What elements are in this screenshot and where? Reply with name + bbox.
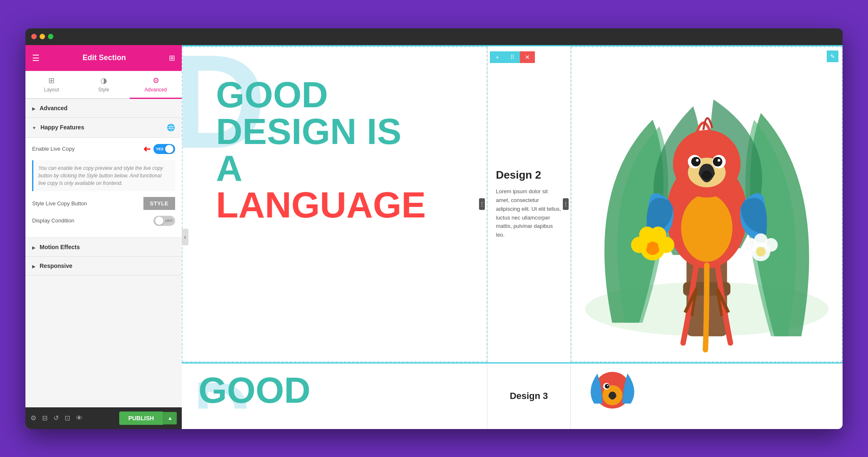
bottom-middle: Design 3 <box>487 364 570 429</box>
close-section-button[interactable]: ✕ <box>520 51 535 63</box>
advanced-icon: ⚙ <box>153 76 159 85</box>
motion-effects-header[interactable]: Motion Effects <box>25 238 182 256</box>
tab-layout-label: Layout <box>44 87 59 93</box>
hamburger-icon[interactable]: ☰ <box>32 53 40 63</box>
layout-icon: ⊞ <box>48 76 55 85</box>
display-condition-toggle[interactable]: OFF <box>153 216 175 226</box>
enable-live-copy-label: Enable Live Copy <box>32 146 75 152</box>
canvas-col-middle: Design 2 Lorem ipsum dolor sit amet, con… <box>487 46 571 362</box>
live-copy-toggle[interactable]: YES <box>153 144 175 154</box>
add-section-button[interactable]: + <box>490 51 505 63</box>
tab-advanced-label: Advanced <box>145 87 167 93</box>
responsive-label: Responsive <box>40 263 73 269</box>
advanced-accordion-header[interactable]: Advanced <box>25 99 182 117</box>
display-condition-knob <box>155 217 163 225</box>
edit-icon[interactable] <box>827 50 838 62</box>
sidebar-header: ☰ Edit Section ⊞ <box>25 45 182 71</box>
svg-point-8 <box>691 157 700 167</box>
tab-advanced[interactable]: ⚙ Advanced <box>130 71 182 99</box>
bottom-left: D GOOD <box>182 364 487 429</box>
advanced-section: Advanced <box>25 99 182 118</box>
preview-icon[interactable]: 👁 <box>76 414 83 422</box>
tab-style[interactable]: ◑ Style <box>78 71 130 99</box>
bottom-right <box>570 364 843 429</box>
happy-features-body: Enable Live Copy ➜ YES You can <box>25 138 182 237</box>
footer-icons: ⚙ ⊟ ↺ ⊡ 👁 <box>30 414 83 422</box>
design2-title: Design 2 <box>496 169 541 182</box>
enable-live-copy-row: Enable Live Copy ➜ YES <box>32 144 175 154</box>
happy-features-label: Happy Features <box>40 124 84 131</box>
layers-icon[interactable]: ⊟ <box>42 414 48 422</box>
traffic-lights <box>31 34 53 39</box>
advanced-label: Advanced <box>40 105 68 111</box>
grid-icon[interactable]: ⊞ <box>169 53 175 63</box>
red-arrow-icon: ➜ <box>143 144 151 154</box>
sidebar-footer: ⚙ ⊟ ↺ ⊡ 👁 PUBLISH ▲ <box>25 407 182 429</box>
happy-features-header[interactable]: Happy Features 🌐 <box>25 118 182 138</box>
responsive-header-left: Responsive <box>32 263 73 269</box>
app-window: ☰ Edit Section ⊞ ⊞ Layout ◑ Style ⚙ Adva… <box>25 28 843 429</box>
happy-features-globe-icon: 🌐 <box>167 124 175 131</box>
tab-layout[interactable]: ⊞ Layout <box>25 71 78 99</box>
publish-caret-button[interactable]: ▲ <box>163 412 177 424</box>
svg-point-11 <box>712 157 722 167</box>
design-line2: DESIGN IS <box>216 113 426 150</box>
svg-point-9 <box>696 159 698 161</box>
section-toolbar: + ⠿ ✕ <box>490 51 535 63</box>
advanced-header-left: Advanced <box>32 105 68 111</box>
titlebar <box>25 28 843 45</box>
svg-point-22 <box>754 233 767 247</box>
happy-features-section: Happy Features 🌐 Enable Live Copy ➜ YES <box>25 118 182 238</box>
design-line4: LANGUAGE <box>216 187 426 223</box>
toggle-off-label: OFF <box>165 219 173 223</box>
motion-effects-chevron-icon <box>32 244 35 250</box>
parrot-area <box>572 47 842 361</box>
motion-effects-section: Motion Effects <box>25 238 182 257</box>
design2-body: Lorem ipsum dolor sit amet, consectetur … <box>496 187 562 240</box>
style-live-copy-button[interactable]: STYLE <box>143 197 175 210</box>
canvas-area: D GOOD DESIGN IS A LANGUAGE <box>182 46 843 362</box>
bottom-left-inner: D GOOD <box>198 372 470 409</box>
chevron-right-icon <box>32 105 35 111</box>
style-icon: ◑ <box>100 76 107 85</box>
history-icon[interactable]: ↺ <box>53 414 59 422</box>
responsive-section: Responsive <box>25 257 182 275</box>
bottom-parrot-partial <box>571 364 654 429</box>
settings-icon[interactable]: ⚙ <box>30 414 36 422</box>
app-body: ☰ Edit Section ⊞ ⊞ Layout ◑ Style ⚙ Adva… <box>25 45 843 429</box>
live-copy-info-text: You can enable live copy preview and sty… <box>38 165 163 186</box>
sidebar-content: Advanced Happy Features 🌐 <box>25 99 182 407</box>
svg-point-14 <box>646 241 659 255</box>
parrot-illustration <box>572 47 842 361</box>
collapse-handle[interactable] <box>182 229 188 245</box>
close-button[interactable] <box>31 34 37 39</box>
sidebar-title: Edit Section <box>83 53 126 62</box>
minimize-button[interactable] <box>40 34 45 39</box>
col-resize-handle-left[interactable] <box>479 198 485 210</box>
design-line1: GOOD <box>216 76 426 113</box>
toggle-yes-label: YES <box>156 147 163 151</box>
svg-point-23 <box>756 247 765 256</box>
bottom-good-text: GOOD <box>198 372 311 409</box>
style-live-copy-row: Style Live Copy Button STYLE <box>32 197 175 210</box>
display-condition-row: Display Condition OFF <box>32 216 175 226</box>
responsive-icon[interactable]: ⊡ <box>65 414 70 422</box>
svg-point-12 <box>717 159 720 161</box>
happy-features-header-left: Happy Features <box>32 124 84 131</box>
move-section-button[interactable]: ⠿ <box>505 51 520 63</box>
canvas-col-right <box>571 46 843 362</box>
responsive-header[interactable]: Responsive <box>25 257 182 275</box>
sidebar-tabs: ⊞ Layout ◑ Style ⚙ Advanced <box>25 71 182 99</box>
maximize-button[interactable] <box>48 34 53 39</box>
live-copy-info-box: You can enable live copy preview and sty… <box>32 160 175 191</box>
publish-button[interactable]: PUBLISH <box>119 412 163 425</box>
style-live-copy-label: Style Live Copy Button <box>32 200 87 207</box>
svg-point-27 <box>605 384 610 388</box>
chevron-down-icon <box>32 124 36 131</box>
responsive-chevron-icon <box>32 263 35 269</box>
svg-point-28 <box>607 385 608 386</box>
motion-effects-header-left: Motion Effects <box>32 244 80 250</box>
col-resize-handle-middle[interactable] <box>563 198 569 210</box>
toggle-knob <box>165 145 173 153</box>
arrow-indicator: ➜ YES <box>143 144 175 154</box>
